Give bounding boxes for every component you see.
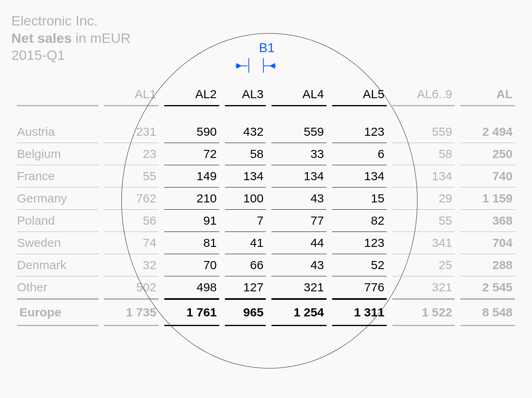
cell: 23 — [104, 143, 159, 165]
metric-unit: in mEUR — [72, 30, 130, 46]
col-al1: AL1 — [104, 83, 159, 106]
cell: 52 — [332, 254, 387, 276]
cell: 41 — [225, 232, 266, 254]
col-al4: AL4 — [271, 83, 326, 106]
cell-total: 368 — [460, 210, 515, 232]
col-al3: AL3 — [225, 83, 266, 106]
table-row: Poland 56 91 7 77 82 55 368 — [17, 210, 515, 232]
cell: 58 — [392, 143, 454, 165]
cell: 321 — [392, 276, 454, 299]
header-row: AL1 AL2 AL3 AL4 AL5 AL6..9 AL — [17, 83, 515, 106]
cell: 25 — [392, 254, 454, 276]
totals-cell: 1 522 — [392, 299, 454, 326]
row-label: Other — [17, 276, 98, 299]
col-al5: AL5 — [332, 83, 387, 106]
row-label: Austria — [17, 121, 98, 143]
table-row: Other 502 498 127 321 776 321 2 545 — [17, 276, 515, 299]
cell: 15 — [332, 187, 387, 210]
row-label: France — [17, 165, 98, 187]
cell: 231 — [104, 121, 159, 143]
cell: 321 — [271, 276, 326, 299]
cell: 123 — [332, 121, 387, 143]
cell: 44 — [271, 232, 326, 254]
table-row: France 55 149 134 134 134 134 740 — [17, 165, 515, 187]
cell: 432 — [225, 121, 266, 143]
data-table: AL1 AL2 AL3 AL4 AL5 AL6..9 AL Austria 23… — [11, 83, 521, 326]
cell: 502 — [104, 276, 159, 299]
data-table-wrap: AL1 AL2 AL3 AL4 AL5 AL6..9 AL Austria 23… — [11, 83, 521, 326]
arrow-right-icon — [236, 63, 242, 69]
cell: 123 — [332, 232, 387, 254]
totals-cell: 1 254 — [271, 299, 326, 326]
cell: 7 — [225, 210, 266, 232]
totals-cell: 965 — [225, 299, 266, 326]
totals-label: Europe — [17, 299, 98, 326]
cell: 134 — [225, 165, 266, 187]
row-label: Poland — [17, 210, 98, 232]
totals-cell: 8 548 — [460, 299, 515, 326]
col-al2: AL2 — [164, 83, 219, 106]
row-label: Germany — [17, 187, 98, 210]
col-al69: AL6..9 — [392, 83, 454, 106]
cell: 29 — [392, 187, 454, 210]
cell: 341 — [392, 232, 454, 254]
table-row: Denmark 32 70 66 43 52 25 288 — [17, 254, 515, 276]
cell-total: 704 — [460, 232, 515, 254]
table-row: Germany 762 210 100 43 15 29 1 159 — [17, 187, 515, 210]
cell: 91 — [164, 210, 219, 232]
cell: 559 — [271, 121, 326, 143]
cell: 134 — [392, 165, 454, 187]
cell: 32 — [104, 254, 159, 276]
totals-cell: 1 735 — [104, 299, 159, 326]
period: 2015-Q1 — [11, 46, 521, 64]
cell: 762 — [104, 187, 159, 210]
cell-total: 288 — [460, 254, 515, 276]
col-al-total: AL — [460, 83, 515, 106]
header-blank — [17, 83, 98, 106]
cell: 127 — [225, 276, 266, 299]
cell: 134 — [332, 165, 387, 187]
cell-total: 2 494 — [460, 121, 515, 143]
cell: 81 — [164, 232, 219, 254]
cell: 56 — [104, 210, 159, 232]
dimension-stem-right-icon — [264, 65, 276, 66]
row-label: Denmark — [17, 254, 98, 276]
cell: 498 — [164, 276, 219, 299]
arrow-left-icon — [269, 63, 275, 69]
cell: 776 — [332, 276, 387, 299]
cell-total: 1 159 — [460, 187, 515, 210]
table-row: Austria 231 590 432 559 123 559 2 494 — [17, 121, 515, 143]
cell: 6 — [332, 143, 387, 165]
cell: 70 — [164, 254, 219, 276]
cell: 82 — [332, 210, 387, 232]
cell: 55 — [104, 165, 159, 187]
title-block: Electronic Inc. Net sales in mEUR 2015-Q… — [11, 12, 521, 64]
row-label: Sweden — [17, 232, 98, 254]
cell-total: 250 — [460, 143, 515, 165]
cell: 559 — [392, 121, 454, 143]
totals-row: Europe 1 735 1 761 965 1 254 1 311 1 522… — [17, 299, 515, 326]
cell: 590 — [164, 121, 219, 143]
cell: 134 — [271, 165, 326, 187]
cell: 77 — [271, 210, 326, 232]
cell: 66 — [225, 254, 266, 276]
totals-cell: 1 311 — [332, 299, 387, 326]
cell: 43 — [271, 187, 326, 210]
table-row: Sweden 74 81 41 44 123 341 704 — [17, 232, 515, 254]
dimension-stem-left-icon — [235, 65, 248, 66]
cell: 55 — [392, 210, 454, 232]
cell: 210 — [164, 187, 219, 210]
cell: 58 — [225, 143, 266, 165]
metric-name: Net sales — [11, 30, 72, 46]
cell: 100 — [225, 187, 266, 210]
cell: 72 — [164, 143, 219, 165]
company-name: Electronic Inc. — [11, 12, 521, 29]
row-label: Belgium — [17, 143, 98, 165]
cell: 33 — [271, 143, 326, 165]
table-row: Belgium 23 72 58 33 6 58 250 — [17, 143, 515, 165]
totals-cell: 1 761 — [164, 299, 219, 326]
cell-total: 740 — [460, 165, 515, 187]
cell: 43 — [271, 254, 326, 276]
cell: 149 — [164, 165, 219, 187]
cell-total: 2 545 — [460, 276, 515, 299]
